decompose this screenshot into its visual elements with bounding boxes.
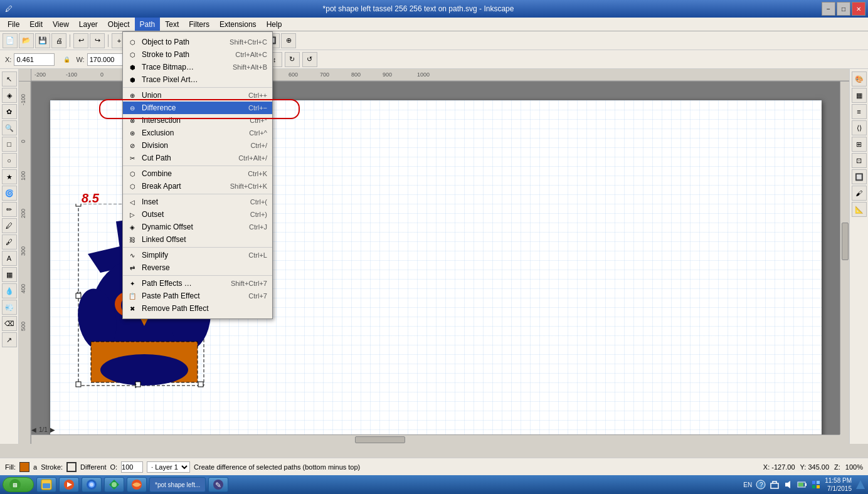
text-tool[interactable]: A [2, 251, 17, 266]
node-tool[interactable]: ◈ [2, 88, 17, 103]
menu-paste-path-effect[interactable]: 📋 Paste Path Effect Ctrl+7 [123, 290, 272, 302]
transform-right-button[interactable]: ⊡ [852, 153, 867, 168]
eraser-tool[interactable]: ⌫ [2, 316, 17, 331]
palette-button[interactable]: 🖌 [852, 186, 867, 201]
open-button[interactable]: 📂 [19, 33, 34, 48]
redo-button[interactable]: ↪ [90, 33, 105, 48]
menu-edit[interactable]: Edit [24, 18, 48, 31]
menu-division[interactable]: ⊘ Division Ctrl+/ [123, 139, 272, 152]
calligraphy-tool[interactable]: 🖋 [2, 234, 17, 250]
rect-tool[interactable]: □ [2, 137, 17, 152]
menu-layer[interactable]: Layer [74, 18, 103, 31]
cut-path-shortcut: Ctrl+Alt+/ [238, 154, 267, 162]
vertical-scrollbar[interactable] [840, 81, 849, 434]
rotate-cw-button[interactable]: ↻ [285, 52, 300, 67]
menu-help[interactable]: Help [262, 18, 287, 31]
page-nav-next[interactable]: ▶ [50, 426, 55, 433]
taskbar-explorer[interactable] [36, 477, 56, 492]
break-apart-label: Break Apart [142, 182, 181, 191]
taskbar: ⊞ *pot shape left... ✎ EN ? 11:58 PM 7/1… [0, 475, 868, 494]
start-button[interactable]: ⊞ [3, 477, 34, 492]
menu-exclusion[interactable]: ⊛ Exclusion Ctrl+^ [123, 127, 272, 139]
taskbar-browser1[interactable] [82, 477, 102, 492]
combine-label: Combine [142, 169, 172, 178]
menu-inset[interactable]: ◁ Inset Ctrl+( [123, 196, 272, 208]
zoom-label: Z: [834, 463, 840, 471]
page-nav-prev[interactable]: ◀ [31, 426, 36, 433]
pen-tool[interactable]: 🖊 [2, 218, 17, 233]
help-icon: ? [756, 480, 766, 490]
xml-editor-button[interactable]: ⟨⟩ [852, 120, 867, 135]
pencil-tool[interactable]: ✏ [2, 202, 17, 217]
minimize-button[interactable]: − [822, 2, 835, 16]
dropper-tool[interactable]: 💧 [2, 283, 17, 298]
menu-path[interactable]: Path [135, 18, 161, 31]
align-right-button[interactable]: ⊞ [852, 137, 867, 152]
menu-object[interactable]: Object [103, 18, 135, 31]
menu-difference[interactable]: ⊖ Difference Ctrl+− [123, 102, 272, 114]
stroke-to-path-label: Stroke to Path [142, 50, 189, 59]
new-button[interactable]: 📄 [3, 33, 18, 48]
print-button[interactable]: 🖨 [51, 33, 66, 48]
menu-filters[interactable]: Filters [184, 18, 214, 31]
star-tool[interactable]: ★ [2, 169, 17, 184]
menu-path-effects[interactable]: ✦ Path Effects … Shift+Ctrl+7 [123, 277, 272, 290]
menu-file[interactable]: File [3, 18, 24, 31]
menu-outset[interactable]: ▷ Outset Ctrl+) [123, 208, 272, 221]
opacity-input[interactable] [121, 461, 143, 473]
menu-trace-bitmap[interactable]: ⬢ Trace Bitmap… Shift+Alt+B [123, 61, 272, 73]
rotate-ccw-button[interactable]: ↺ [302, 52, 317, 67]
layers-button[interactable]: ≡ [852, 104, 867, 119]
taskbar-app2[interactable]: ✎ [208, 477, 228, 492]
save-button[interactable]: 💾 [35, 33, 50, 48]
zoom-tool[interactable]: 🔍 [2, 120, 17, 135]
menu-trace-pixel-art[interactable]: ⬢ Trace Pixel Art… [123, 73, 272, 86]
vertical-scroll-thumb[interactable] [842, 223, 849, 260]
menu-union[interactable]: ⊕ Union Ctrl++ [123, 89, 272, 102]
gradient-tool[interactable]: ▦ [2, 267, 17, 282]
exclusion-shortcut: Ctrl+^ [249, 129, 267, 137]
snap2-button[interactable]: ⊕ [281, 33, 296, 48]
inset-shortcut: Ctrl+( [250, 198, 267, 206]
svg-text:600: 600 [288, 71, 298, 78]
menu-stroke-to-path[interactable]: ⬡ Stroke to Path Ctrl+Alt+C [123, 48, 272, 61]
spiral-tool[interactable]: 🌀 [2, 186, 17, 201]
menu-cut-path[interactable]: ✂ Cut Path Ctrl+Alt+/ [123, 152, 272, 164]
spray-tool[interactable]: 💨 [2, 300, 17, 315]
menu-reverse[interactable]: ⇄ Reverse [123, 261, 272, 274]
menu-remove-path-effect[interactable]: ✖ Remove Path Effect [123, 302, 272, 315]
measure-button[interactable]: 📐 [852, 202, 867, 217]
menu-combine[interactable]: ⬡ Combine Ctrl+K [123, 167, 272, 180]
x-input[interactable] [14, 53, 55, 66]
maximize-button[interactable]: □ [837, 2, 850, 16]
tweak-tool[interactable]: ✿ [2, 104, 17, 119]
fill-stroke-button[interactable]: 🎨 [852, 71, 867, 87]
snap-right-button[interactable]: 🔲 [852, 169, 867, 184]
layer-select[interactable]: · Layer 1 [147, 461, 190, 473]
swatches-button[interactable]: ▦ [852, 88, 867, 103]
menu-view[interactable]: View [48, 18, 74, 31]
menu-linked-offset[interactable]: ⛓ Linked Offset [123, 233, 272, 246]
select-tool[interactable]: ↖ [2, 71, 17, 87]
w-label: W: [76, 56, 84, 63]
horizontal-scrollbar[interactable] [31, 434, 840, 444]
horizontal-scroll-thumb[interactable] [355, 436, 405, 443]
menu-dynamic-offset[interactable]: ◈ Dynamic Offset Ctrl+J [123, 221, 272, 233]
menu-object-to-path[interactable]: ⬡ Object to Path Shift+Ctrl+C [123, 36, 272, 48]
close-button[interactable]: ✕ [852, 2, 865, 16]
menu-intersection[interactable]: ⊗ Intersection Ctrl+* [123, 114, 272, 127]
menu-simplify[interactable]: ∿ Simplify Ctrl+L [123, 249, 272, 261]
stroke-color-box[interactable] [66, 462, 77, 472]
menu-text[interactable]: Text [160, 18, 184, 31]
taskbar-browser2[interactable] [104, 477, 124, 492]
undo-button[interactable]: ↩ [73, 33, 88, 48]
menu-break-apart[interactable]: ⬡ Break Apart Shift+Ctrl+K [123, 180, 272, 192]
w-input[interactable] [87, 53, 128, 66]
taskbar-media[interactable] [59, 477, 79, 492]
taskbar-inkscape[interactable]: *pot shape left... [149, 477, 206, 492]
taskbar-browser3[interactable] [127, 477, 147, 492]
connector-tool[interactable]: ↗ [2, 332, 17, 347]
fill-color-box[interactable] [19, 462, 29, 472]
circle-tool[interactable]: ○ [2, 153, 17, 168]
menu-extensions[interactable]: Extensions [214, 18, 262, 31]
